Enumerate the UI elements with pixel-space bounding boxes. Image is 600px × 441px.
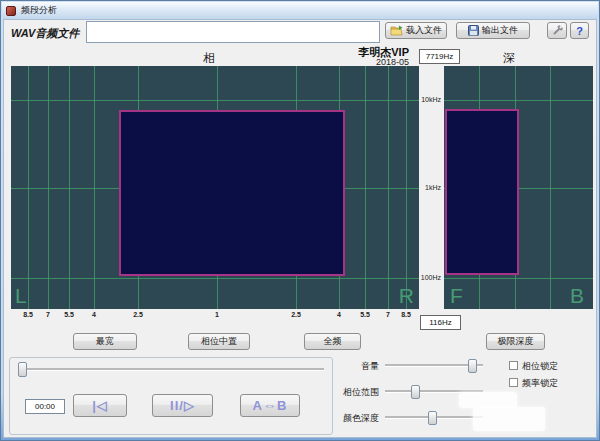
phase-center-label: 相位中置 bbox=[201, 335, 237, 348]
x-tick-label: 5.5 bbox=[360, 311, 370, 318]
watermark-blob bbox=[473, 407, 545, 431]
x-tick-label: 2.5 bbox=[291, 311, 301, 318]
help-label: ? bbox=[576, 25, 583, 37]
load-file-label: 载入文件 bbox=[406, 24, 442, 37]
time-display: 00:00 bbox=[25, 399, 65, 414]
export-file-button[interactable]: 输出文件 bbox=[456, 22, 530, 39]
widest-label: 最宽 bbox=[96, 335, 114, 348]
phase-corner-left: L bbox=[15, 284, 27, 308]
x-tick-label: 1 bbox=[215, 311, 219, 318]
ab-loop-icon: A⇔B bbox=[253, 398, 288, 413]
freq-lock-checkbox[interactable] bbox=[509, 378, 518, 387]
freq-tick-label: 10kHz bbox=[421, 96, 441, 103]
depth-plot-title: 深 bbox=[481, 50, 537, 67]
gridline-horizontal bbox=[444, 100, 593, 101]
top-frequency-value: 7719Hz bbox=[419, 49, 460, 64]
x-tick-label: 5.5 bbox=[64, 311, 74, 318]
app-icon bbox=[6, 6, 16, 16]
wav-file-label: WAV音频文件 bbox=[11, 26, 79, 41]
gridline-horizontal bbox=[444, 278, 593, 279]
seek-slider-track[interactable] bbox=[18, 368, 324, 370]
phase-range-slider-thumb[interactable] bbox=[411, 385, 420, 399]
x-tick-label: 4 bbox=[92, 311, 96, 318]
depth-field-rect bbox=[445, 109, 519, 275]
gridline-horizontal bbox=[11, 100, 419, 101]
export-file-label: 输出文件 bbox=[482, 24, 518, 37]
x-tick-label: 8.5 bbox=[401, 311, 411, 318]
gridline-horizontal bbox=[11, 278, 419, 279]
phase-x-axis: 8.575.542.512.545.578.5 bbox=[11, 311, 419, 323]
depth-corner-right: B bbox=[570, 284, 584, 308]
watermark-blob bbox=[459, 392, 517, 408]
x-tick-label: 4 bbox=[337, 311, 341, 318]
color-depth-slider-thumb[interactable] bbox=[428, 411, 437, 425]
ab-loop-button[interactable]: A⇔B bbox=[240, 394, 300, 417]
x-tick-label: 2.5 bbox=[133, 311, 143, 318]
full-range-label: 全频 bbox=[324, 335, 342, 348]
widest-button[interactable]: 最宽 bbox=[73, 333, 137, 350]
phase-lock-checkbox-label: 相位锁定 bbox=[522, 360, 558, 373]
color-depth-slider-label: 颜色深度 bbox=[329, 412, 379, 425]
phase-range-slider-label: 相位范围 bbox=[329, 386, 379, 399]
settings-button[interactable] bbox=[547, 22, 567, 39]
freq-lock-checkbox-label: 频率锁定 bbox=[522, 377, 558, 390]
depth-plot[interactable]: F B bbox=[444, 66, 593, 309]
volume-slider-thumb[interactable] bbox=[468, 359, 477, 373]
depth-corner-left: F bbox=[450, 284, 463, 308]
wrench-icon bbox=[551, 25, 563, 37]
play-pause-icon: II/▷ bbox=[170, 398, 195, 413]
load-folder-icon bbox=[390, 25, 403, 36]
save-disk-icon bbox=[468, 25, 479, 36]
phase-plot[interactable]: L R bbox=[11, 66, 419, 309]
skip-start-icon: |◁ bbox=[92, 398, 108, 413]
frequency-axis: 10kHz1kHz100Hz bbox=[419, 66, 443, 309]
max-depth-button[interactable]: 极限深度 bbox=[486, 333, 545, 350]
seek-slider-thumb[interactable] bbox=[18, 362, 27, 377]
phase-field-rect bbox=[119, 110, 345, 276]
max-depth-label: 极限深度 bbox=[498, 335, 534, 348]
help-button[interactable]: ? bbox=[570, 22, 589, 39]
phase-lock-checkbox[interactable] bbox=[509, 361, 518, 370]
x-tick-label: 8.5 bbox=[23, 311, 33, 318]
freq-tick-label: 100Hz bbox=[421, 274, 441, 281]
app-window: 频段分析 WAV音频文件 载入文件 输出文件 ? 相 bbox=[0, 0, 600, 441]
x-tick-label: 7 bbox=[386, 311, 390, 318]
phase-plot-title: 相 bbox=[181, 50, 237, 67]
volume-slider-label: 音量 bbox=[329, 360, 379, 373]
window-title: 频段分析 bbox=[21, 4, 57, 17]
load-file-button[interactable]: 载入文件 bbox=[385, 22, 447, 39]
skip-start-button[interactable]: |◁ bbox=[73, 394, 127, 417]
play-pause-button[interactable]: II/▷ bbox=[152, 394, 213, 417]
title-bar[interactable]: 频段分析 bbox=[2, 2, 598, 19]
freq-tick-label: 1kHz bbox=[425, 184, 441, 191]
wav-file-input[interactable] bbox=[86, 21, 380, 43]
phase-center-button[interactable]: 相位中置 bbox=[188, 333, 250, 350]
transport-group: 00:00 |◁ II/▷ A⇔B bbox=[9, 357, 333, 435]
x-tick-label: 7 bbox=[46, 311, 50, 318]
bottom-frequency-value: 116Hz bbox=[420, 315, 461, 330]
full-range-button[interactable]: 全频 bbox=[304, 333, 361, 350]
